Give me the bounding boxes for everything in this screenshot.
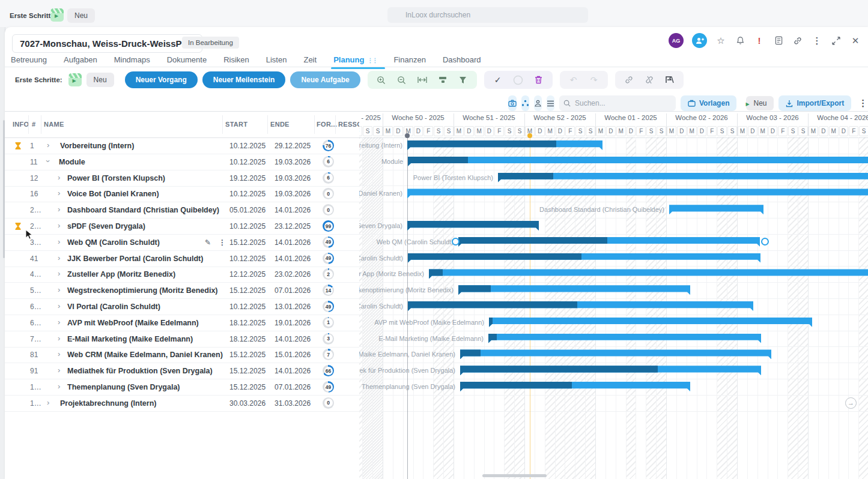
task-name[interactable]: Projektabrechnung (Intern)	[60, 399, 156, 408]
bar-resize-handle-left[interactable]	[452, 238, 460, 246]
task-name[interactable]: sPDF (Seven Drygala)	[67, 222, 145, 230]
more-options-icon[interactable]: ⋮	[856, 98, 868, 109]
close-icon[interactable]: ✕	[850, 35, 861, 46]
network-view-icon[interactable]	[521, 95, 529, 111]
collapse-icon[interactable]: ›	[44, 160, 53, 162]
task-name[interactable]: Web CRM (Maike Edelmann, Daniel Kranen)	[67, 351, 223, 359]
col-info[interactable]: INFO	[13, 121, 29, 128]
filter-icon[interactable]	[453, 71, 473, 88]
table-row[interactable]: 1…›Themenplanung (Sven Drygala)15.12.202…	[5, 379, 359, 396]
task-name[interactable]: VI Portal (Carolin Schuldt)	[67, 303, 160, 311]
table-row[interactable]: 91›Mediathek für Produktion (Sven Drygal…	[5, 363, 359, 379]
task-name[interactable]: Dashboard Standard (Christian Quibeldey)	[67, 206, 219, 214]
expand-icon[interactable]: ›	[58, 253, 60, 262]
task-name[interactable]: Voice Bot (Daniel Kranen)	[67, 190, 159, 198]
new-activity-button[interactable]: Neuer Vorgang	[125, 71, 198, 88]
task-name[interactable]: Zusteller App (Moritz Benedix)	[67, 270, 175, 279]
avatar[interactable]: AG	[669, 33, 684, 48]
more-options-icon[interactable]: ⋮	[812, 35, 822, 46]
getting-started-icon[interactable]	[50, 8, 64, 22]
col-ressourcen[interactable]: RESSO.	[338, 121, 360, 128]
task-name[interactable]: Mediathek für Produktion (Sven Drygala)	[67, 367, 213, 375]
getting-started-icon[interactable]	[68, 73, 82, 86]
import-export-button[interactable]: Import/Export	[778, 95, 851, 111]
edit-pencil-icon[interactable]: ✎	[205, 238, 211, 247]
table-row[interactable]: 1…›Projektabrechnung (Intern)30.03.20263…	[5, 395, 359, 412]
unlink-tasks-icon[interactable]	[639, 71, 660, 88]
row-menu-icon[interactable]: ⋮	[219, 238, 226, 247]
topbar-neu-button[interactable]: Neu	[67, 8, 95, 23]
table-row[interactable]: 3…›Web QM (Carolin Schuldt)15.12.202514.…	[5, 234, 359, 251]
hierarchy-rows-icon[interactable]	[432, 71, 453, 88]
expand-icon[interactable]: ›	[58, 318, 60, 327]
notes-icon[interactable]	[773, 35, 784, 46]
table-row[interactable]: 6…›VI Portal (Carolin Schuldt)10.12.2025…	[5, 298, 359, 315]
expand-icon[interactable]: ›	[58, 237, 60, 246]
expand-icon[interactable]: ›	[47, 140, 49, 149]
gantt-search-input[interactable]	[559, 95, 676, 111]
expand-icon[interactable]: ›	[58, 205, 60, 214]
table-row[interactable]: 81›Web CRM (Maike Edelmann, Daniel Krane…	[5, 346, 359, 363]
assign-resource-icon[interactable]	[534, 95, 542, 111]
expand-icon[interactable]: ›	[58, 301, 60, 310]
link-icon[interactable]	[792, 35, 803, 46]
table-row[interactable]: 1›Vorbereitung (Intern)10.12.202529.12.2…	[5, 137, 359, 154]
global-search-input[interactable]	[387, 7, 588, 23]
task-name[interactable]: Vorbereitung (Intern)	[60, 142, 134, 150]
expand-icon[interactable]: ›	[58, 349, 60, 358]
critical-path-icon[interactable]	[660, 71, 680, 88]
table-row[interactable]: 2…›Dashboard Standard (Christian Quibeld…	[5, 202, 359, 218]
delete-trash-icon[interactable]	[529, 71, 549, 88]
task-name[interactable]: JJK Bewerber Portal (Carolin Schuldt)	[67, 255, 203, 263]
table-row[interactable]: 7…›E-Mail Marketing (Maike Edelmann)18.1…	[5, 331, 359, 348]
list-view-icon[interactable]	[547, 95, 554, 111]
task-name[interactable]: Module	[59, 158, 85, 166]
redo-icon[interactable]: ↷	[584, 71, 604, 88]
expand-icon[interactable]	[831, 35, 842, 46]
expand-icon[interactable]: ›	[58, 269, 60, 278]
fit-width-icon[interactable]	[412, 71, 432, 88]
gantt-body[interactable]: Vorbereitung (Intern)ModulePower BI (Tor…	[359, 137, 868, 479]
expand-icon[interactable]: ›	[58, 285, 60, 294]
task-name[interactable]: Web QM (Carolin Schuldt)	[67, 238, 160, 247]
task-name[interactable]: E-Mail Marketing (Maike Edelmann)	[67, 335, 193, 343]
expand-icon[interactable]: ›	[58, 188, 60, 197]
table-row[interactable]: 41›JJK Bewerber Portal (Carolin Schuldt)…	[5, 250, 359, 267]
expand-icon[interactable]: ›	[58, 334, 60, 343]
table-row[interactable]: 4…›Zusteller App (Moritz Benedix)12.12.2…	[5, 266, 359, 283]
alert-icon[interactable]: !	[754, 35, 765, 46]
table-row[interactable]: 11›Module10.12.202519.03.20266	[5, 154, 359, 170]
complete-check-icon[interactable]: ✓	[488, 71, 508, 88]
snapshot-camera-icon[interactable]	[508, 95, 517, 111]
new-milestone-button[interactable]: Neuer Meilenstein	[202, 71, 286, 88]
gantt-neu-button[interactable]: Neu	[746, 96, 774, 110]
expand-icon[interactable]: ›	[58, 173, 60, 182]
table-row[interactable]: 16›Voice Bot (Daniel Kranen)10.12.202519…	[5, 185, 359, 202]
col-fortschritt[interactable]: FOR...	[317, 121, 337, 128]
table-row[interactable]: 6…›AVP mit WebProof (Maike Edelmann)18.1…	[5, 315, 359, 331]
task-name[interactable]: Power BI (Torsten Klupsch)	[67, 174, 165, 182]
bar-resize-handle-right[interactable]	[761, 238, 769, 246]
table-row[interactable]: 5…›Wegstreckenoptimierung (Moritz Benedi…	[5, 282, 359, 299]
horizontal-scrollbar-thumb[interactable]	[482, 474, 547, 477]
zoom-in-icon[interactable]	[371, 71, 392, 88]
expand-icon[interactable]: ›	[58, 221, 60, 230]
table-row[interactable]: 2…›sPDF (Seven Drygala)10.12.202523.12.2…	[5, 218, 359, 235]
tab-grip-icon[interactable]: ⋮⋮	[367, 57, 377, 64]
task-name[interactable]: AVP mit WebProof (Maike Edelmann)	[67, 319, 199, 327]
progress-circle-icon[interactable]	[508, 71, 529, 88]
table-row[interactable]: 12›Power BI (Torsten Klupsch)19.12.20251…	[5, 170, 359, 187]
star-icon[interactable]: ☆	[715, 35, 726, 46]
bell-icon[interactable]	[735, 35, 745, 46]
zoom-out-icon[interactable]	[392, 71, 412, 88]
task-name[interactable]: Wegstreckenoptimierung (Moritz Benedix)	[67, 286, 218, 295]
add-member-icon[interactable]	[692, 33, 707, 48]
scroll-to-bar-icon[interactable]: →	[845, 397, 857, 409]
col-ende[interactable]: ENDE	[270, 121, 290, 128]
expand-icon[interactable]: ›	[58, 366, 60, 375]
link-tasks-icon[interactable]	[619, 71, 639, 88]
undo-icon[interactable]: ↶	[563, 71, 584, 88]
expand-icon[interactable]: ›	[47, 398, 49, 407]
toolbar-neu-button[interactable]: Neu	[86, 73, 114, 87]
task-name[interactable]: Themenplanung (Sven Drygala)	[67, 383, 180, 391]
